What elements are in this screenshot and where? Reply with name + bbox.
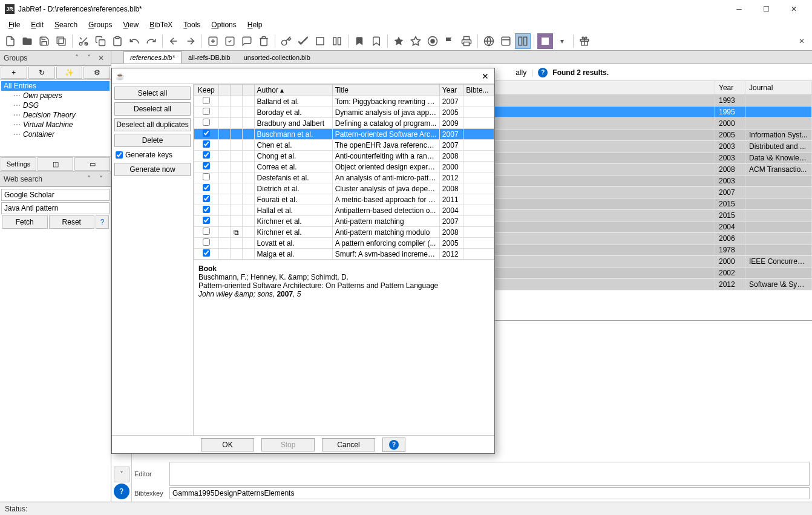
import-row[interactable]: Destefanis et al.An analysis of anti-mic… <box>194 172 494 183</box>
menu-search[interactable]: Search <box>50 19 82 30</box>
push-application-icon[interactable] <box>537 33 553 49</box>
ws-down-icon[interactable]: ˅ <box>95 174 107 185</box>
collapse-down-icon[interactable]: ˅ <box>83 53 95 64</box>
save-icon[interactable] <box>36 33 52 49</box>
select-all-button[interactable]: Select all <box>114 87 191 100</box>
tab-1[interactable]: all-refs-DB.bib <box>182 51 237 64</box>
cut-icon[interactable] <box>76 33 91 49</box>
tree-item[interactable]: Container <box>1 130 110 139</box>
help-icon[interactable]: ? <box>96 215 109 229</box>
push-dropdown-icon[interactable]: ▾ <box>554 33 570 49</box>
tree-item[interactable]: Virtual Machine <box>1 120 110 130</box>
import-row[interactable]: Dietrich et al.Cluster analysis of java … <box>194 183 494 194</box>
search-engine-select[interactable]: Google Scholar <box>1 189 110 201</box>
import-row[interactable]: Boroday et al.Dynamic analysis of java a… <box>194 107 494 118</box>
star2-icon[interactable] <box>408 33 424 49</box>
tree-all-entries[interactable]: All Entries <box>1 81 110 91</box>
ok-button[interactable]: OK <box>201 438 254 451</box>
import-row[interactable]: Lovatt et al.A pattern enforcing compile… <box>194 238 494 249</box>
close-panel-icon[interactable]: ✕ <box>95 53 107 64</box>
import-row[interactable]: Fourati et al.A metric-based approach fo… <box>194 194 494 205</box>
editor-help-icon[interactable]: ? <box>114 484 129 499</box>
edit-entry-icon[interactable] <box>222 33 238 49</box>
keep-checkbox[interactable] <box>203 119 210 126</box>
import-row[interactable]: Kirchner et al.Anti-pattern matching2007 <box>194 216 494 227</box>
ws-up-icon[interactable]: ˄ <box>83 174 95 185</box>
keep-checkbox[interactable] <box>203 228 210 235</box>
mark-entries-icon[interactable] <box>329 33 345 49</box>
tab-2[interactable]: unsorted-collection.bib <box>237 51 317 64</box>
deselect-all-button[interactable]: Deselect all <box>114 102 191 116</box>
unpin-button[interactable]: ▭ <box>74 157 110 171</box>
keep-checkbox[interactable] <box>203 97 210 104</box>
col-year[interactable]: Year <box>715 81 745 94</box>
bookmark-icon[interactable] <box>352 33 367 49</box>
back-icon[interactable] <box>166 33 182 49</box>
edit-strings-icon[interactable] <box>239 33 255 49</box>
keep-checkbox[interactable] <box>203 195 210 202</box>
forward-icon[interactable] <box>183 33 198 49</box>
open-icon[interactable] <box>19 33 35 49</box>
openoffice-icon[interactable] <box>312 33 328 49</box>
bookmark-outline-icon[interactable] <box>368 33 384 49</box>
key-icon[interactable] <box>278 33 294 49</box>
keep-checkbox[interactable] <box>203 162 210 169</box>
keep-checkbox[interactable] <box>203 140 210 148</box>
import-row[interactable]: Chong et al.Anti-counterfeiting with a r… <box>194 151 494 162</box>
reset-button[interactable]: Reset <box>49 215 95 229</box>
col-author[interactable]: Author ▴ <box>254 85 332 96</box>
expand-group-button[interactable]: ⚙ <box>83 67 110 79</box>
import-row[interactable]: Correa et al.Object oriented design expe… <box>194 162 494 172</box>
copy-icon[interactable] <box>93 33 108 49</box>
menu-help[interactable]: Help <box>243 19 267 30</box>
cancel-button[interactable]: Cancel <box>322 438 375 451</box>
delete-button[interactable]: Delete <box>114 134 191 147</box>
auto-group-button[interactable]: ✨ <box>56 67 83 79</box>
redo-icon[interactable] <box>143 33 159 49</box>
print-icon[interactable] <box>459 33 474 49</box>
tree-item[interactable]: Decision Theory <box>1 110 110 120</box>
collapse-up-icon[interactable]: ˄ <box>71 53 83 64</box>
col-keep[interactable]: Keep <box>194 85 219 96</box>
generate-now-button[interactable]: Generate now <box>114 163 191 176</box>
col-title[interactable]: Title <box>332 85 439 96</box>
results-help-icon[interactable]: ? <box>538 68 548 77</box>
deselect-dups-button[interactable]: Deselect all duplicates <box>114 118 191 131</box>
preview-icon[interactable] <box>498 33 514 49</box>
settings-button[interactable]: Settings <box>1 157 36 171</box>
globe-icon[interactable] <box>481 33 497 49</box>
save-all-icon[interactable] <box>53 33 69 49</box>
menu-options[interactable]: Options <box>206 19 241 30</box>
import-row[interactable]: Balland et al.Tom: Piggybacking rewritin… <box>194 96 494 107</box>
new-entry-icon[interactable] <box>205 33 221 49</box>
import-row[interactable]: Chen et al.The openEHR Java reference i.… <box>194 140 494 151</box>
keep-checkbox[interactable] <box>203 238 210 246</box>
add-group-button[interactable]: + <box>1 67 27 79</box>
refresh-group-button[interactable]: ↻ <box>28 67 55 79</box>
col-bibtex[interactable]: Bibte... <box>463 85 494 96</box>
gift-icon[interactable] <box>577 33 592 49</box>
cleanup-icon[interactable] <box>295 33 311 49</box>
keep-checkbox[interactable] <box>203 217 210 224</box>
generate-keys-checkbox[interactable]: Generate keys <box>114 149 191 160</box>
keep-checkbox[interactable] <box>203 173 210 180</box>
keep-checkbox[interactable] <box>203 184 210 191</box>
tree-item[interactable]: DSG <box>1 100 110 110</box>
keep-checkbox[interactable] <box>203 130 210 137</box>
import-row[interactable]: Bradbury and JalbertDefining a catalog o… <box>194 118 494 129</box>
menu-view[interactable]: View <box>118 19 143 30</box>
tab-0[interactable]: references.bib* <box>123 51 182 64</box>
editor-field[interactable] <box>169 462 810 486</box>
tree-item[interactable]: Own papers <box>1 91 110 100</box>
bibtexkey-field[interactable] <box>169 487 810 499</box>
import-row[interactable]: Buschmann et al.Pattern-oriented Softwar… <box>194 129 494 140</box>
search-query-input[interactable] <box>1 202 110 214</box>
delete-icon[interactable] <box>256 33 272 49</box>
maximize-button[interactable]: ☐ <box>753 0 780 18</box>
import-row[interactable]: Hallal et al.Antipattern-based detection… <box>194 205 494 216</box>
prev-entry-icon[interactable]: ˅ <box>114 467 129 482</box>
import-row[interactable]: ⧉Kirchner et al.Anti-pattern matching mo… <box>194 227 494 238</box>
menu-file[interactable]: File <box>4 19 25 30</box>
priority-icon[interactable] <box>425 33 440 49</box>
close-button[interactable]: ✕ <box>780 0 807 18</box>
